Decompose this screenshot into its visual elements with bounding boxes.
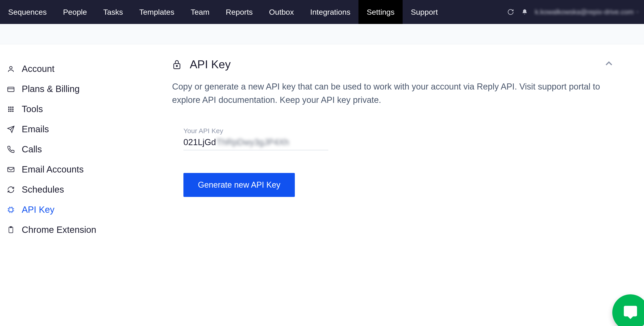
mail-icon: [6, 165, 16, 174]
sidebar-item-label: Emails: [22, 124, 49, 134]
sidebar-item-account[interactable]: Account: [6, 59, 150, 79]
nav-templates[interactable]: Templates: [131, 0, 182, 24]
sidebar-item-label: Chrome Extension: [22, 225, 96, 235]
generate-api-key-button[interactable]: Generate new API Key: [184, 173, 295, 197]
sidebar-item-api-key[interactable]: API Key: [6, 200, 150, 220]
content-area: Account Plans & Billing Tools Emails Cal: [0, 44, 644, 240]
top-nav: Sequences People Tasks Templates Team Re…: [0, 0, 644, 24]
settings-sidebar: Account Plans & Billing Tools Emails Cal: [0, 44, 150, 240]
svg-rect-1: [8, 87, 14, 92]
chat-launcher[interactable]: [612, 294, 644, 326]
sidebar-item-label: Plans & Billing: [22, 84, 80, 94]
user-menu[interactable]: k.kowalkowska@repix-drive.com: [535, 8, 640, 16]
api-key-obscured: ThRpDwy3gJP4Xh: [216, 138, 289, 147]
lock-icon: [172, 59, 183, 70]
top-nav-right: k.kowalkowska@repix-drive.com: [507, 8, 644, 16]
svg-point-11: [12, 111, 13, 112]
sidebar-item-label: API Key: [22, 205, 54, 215]
svg-point-7: [10, 109, 12, 110]
api-key-value[interactable]: 021LjGd ThRpDwy3gJP4Xh: [184, 138, 328, 150]
nav-support[interactable]: Support: [402, 0, 446, 24]
svg-point-4: [10, 107, 12, 108]
sidebar-item-emails[interactable]: Emails: [6, 119, 150, 139]
svg-point-6: [8, 109, 10, 110]
user-email: k.kowalkowska@repix-drive.com: [535, 8, 634, 16]
svg-point-10: [10, 111, 12, 112]
collapse-toggle[interactable]: [603, 58, 614, 70]
svg-point-8: [12, 109, 13, 110]
sub-header-strip: [0, 24, 644, 44]
svg-rect-22: [9, 227, 13, 233]
sidebar-item-email-accounts[interactable]: Email Accounts: [6, 160, 150, 179]
api-key-prefix: 021LjGd: [184, 138, 216, 147]
sidebar-item-tools[interactable]: Tools: [6, 99, 150, 119]
bell-icon[interactable]: [521, 8, 528, 16]
svg-point-9: [8, 111, 10, 112]
refresh-icon[interactable]: [507, 8, 514, 16]
section-title: API Key: [190, 58, 231, 71]
nav-settings[interactable]: Settings: [358, 0, 402, 24]
card-icon: [6, 85, 16, 94]
sidebar-item-label: Email Accounts: [22, 164, 84, 174]
chevron-down-icon: [636, 10, 640, 14]
sidebar-item-label: Tools: [22, 104, 43, 114]
section-header: API Key: [172, 58, 626, 71]
cycle-icon: [6, 185, 16, 194]
main-panel: API Key Copy or generate a new API key t…: [150, 44, 644, 240]
sidebar-item-label: Account: [22, 64, 54, 74]
chevron-up-icon: [603, 58, 614, 69]
sidebar-item-calls[interactable]: Calls: [6, 139, 150, 160]
sidebar-item-chrome-extension[interactable]: Chrome Extension: [6, 220, 150, 240]
send-icon: [6, 125, 16, 134]
nav-reports[interactable]: Reports: [218, 0, 261, 24]
section-description: Copy or generate a new API key that can …: [172, 80, 602, 107]
svg-rect-12: [8, 167, 14, 172]
user-icon: [6, 64, 16, 73]
nav-people[interactable]: People: [55, 0, 95, 24]
svg-point-0: [10, 66, 12, 69]
svg-point-3: [8, 107, 10, 108]
nav-tasks[interactable]: Tasks: [95, 0, 131, 24]
clipboard-icon: [6, 225, 16, 234]
chat-icon: [622, 305, 638, 320]
sidebar-item-billing[interactable]: Plans & Billing: [6, 79, 150, 99]
svg-rect-13: [9, 208, 13, 212]
api-key-field: Your API Key 021LjGd ThRpDwy3gJP4Xh: [184, 127, 328, 150]
sidebar-item-schedules[interactable]: Schedules: [6, 179, 150, 200]
chip-icon: [6, 205, 16, 214]
api-key-label: Your API Key: [184, 127, 328, 135]
svg-point-25: [176, 65, 177, 66]
phone-icon: [6, 145, 16, 154]
nav-outbox[interactable]: Outbox: [261, 0, 302, 24]
nav-team[interactable]: Team: [182, 0, 218, 24]
grid-icon: [6, 105, 16, 114]
nav-integrations[interactable]: Integrations: [302, 0, 359, 24]
svg-point-5: [12, 107, 13, 108]
sidebar-item-label: Calls: [22, 144, 42, 155]
sidebar-item-label: Schedules: [22, 184, 64, 195]
nav-sequences[interactable]: Sequences: [0, 0, 55, 24]
